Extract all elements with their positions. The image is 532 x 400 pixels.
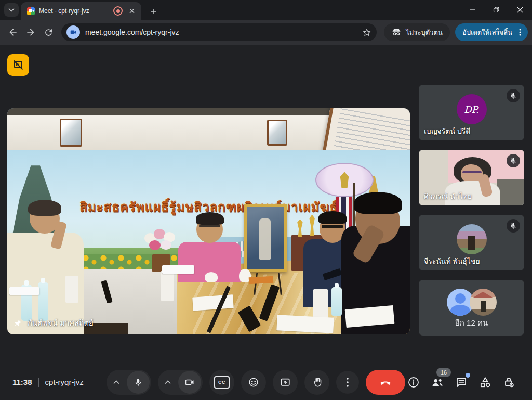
videocam-icon xyxy=(184,377,195,388)
reload-button[interactable] xyxy=(39,23,57,41)
tab-title: Meet - cpt-ryqr-jvz xyxy=(39,7,113,15)
more-vert-icon xyxy=(346,377,349,388)
close-icon xyxy=(517,7,523,13)
forward-arrow-icon xyxy=(25,27,36,37)
participant-count-badge: 16 xyxy=(436,368,451,377)
back-button[interactable] xyxy=(4,23,22,41)
star-icon xyxy=(362,28,371,37)
raise-hand-button[interactable] xyxy=(304,370,329,395)
meet-page: สิมะสธครัพแผธิ์รู้มษสิวลกฑผสิธเมผ์มาเผมั… xyxy=(0,45,532,364)
participant-tile[interactable]: จีระนันท์ พันธุ์ไชย xyxy=(419,215,524,270)
more-participants-label: อีก 12 คน xyxy=(419,317,524,329)
browser-toolbar: meet.google.com/cpt-ryqr-jvz ไม่ระบุตัวต… xyxy=(0,20,532,45)
main-video-tile[interactable]: สิมะสธครัพแผธิ์รู้มษสิวลกฑผสิธเมผ์มาเผมั… xyxy=(7,108,410,334)
captions-button[interactable]: CC xyxy=(209,370,234,395)
plus-icon xyxy=(150,8,156,15)
chat-panel-button[interactable] xyxy=(454,375,469,390)
avatar-initials: DP. xyxy=(464,104,479,115)
orange-folder xyxy=(249,276,273,284)
flower-bouquet xyxy=(142,228,181,255)
reload-icon xyxy=(44,28,54,37)
window-minimize-button[interactable] xyxy=(460,0,484,20)
mic-options-button[interactable] xyxy=(107,380,126,384)
chairman-hair xyxy=(196,212,224,225)
more-options-button[interactable] xyxy=(336,371,359,394)
bookmark-button[interactable] xyxy=(362,28,371,37)
overflow-participants-tile[interactable]: อีก 12 คน xyxy=(419,280,524,336)
present-screen-button[interactable] xyxy=(273,370,298,395)
attendee-right-glasses xyxy=(322,225,343,228)
smiley-icon xyxy=(248,377,259,388)
tab-close-button[interactable] xyxy=(127,6,137,16)
avatar: DP. xyxy=(457,94,487,124)
new-tab-button[interactable] xyxy=(147,5,160,18)
leave-call-button[interactable] xyxy=(366,370,405,395)
meeting-info: 11:38 cpt-ryqr-jvz xyxy=(12,364,84,400)
presentation-warning-badge[interactable] xyxy=(7,54,29,76)
forward-button[interactable] xyxy=(22,23,39,41)
call-end-icon xyxy=(379,376,392,389)
window-close-button[interactable] xyxy=(508,0,532,20)
people-icon xyxy=(431,376,444,389)
mic-off-icon xyxy=(507,154,520,167)
present-icon xyxy=(280,377,291,388)
activities-icon xyxy=(478,376,492,389)
teacup xyxy=(205,272,218,282)
camera-permission-chip[interactable] xyxy=(66,25,80,39)
host-controls-button[interactable] xyxy=(502,375,516,390)
participant-tile[interactable]: ศิวภรณ์ นำไทย xyxy=(419,150,524,205)
videocam-icon xyxy=(70,29,77,36)
attendee-left-hair xyxy=(28,200,61,215)
participant-tile[interactable]: DP. เบญจรัตน์ ปรีดี xyxy=(419,85,524,140)
tab-search-button[interactable] xyxy=(4,3,19,17)
participant-glasses xyxy=(462,171,482,173)
camera-control-group xyxy=(158,370,203,395)
mic-toggle-button[interactable] xyxy=(127,371,150,394)
chairman-glasses xyxy=(199,225,220,227)
chat-notification-dot xyxy=(466,373,470,378)
back-arrow-icon xyxy=(8,27,18,37)
incognito-badge[interactable]: ไม่ระบุตัวตน xyxy=(384,23,449,41)
browser-tab[interactable]: Meet - cpt-ryqr-jvz xyxy=(21,2,141,20)
foreground-attendee-hair xyxy=(354,192,402,215)
meeting-details-button[interactable] xyxy=(406,375,421,390)
call-controls: CC xyxy=(107,364,405,400)
milk-carton xyxy=(313,289,328,321)
panel-buttons: 16 xyxy=(406,364,516,400)
reactions-button[interactable] xyxy=(241,370,266,395)
maximize-icon xyxy=(493,7,499,13)
close-icon xyxy=(129,8,135,14)
camera-options-button[interactable] xyxy=(158,380,178,384)
divider xyxy=(38,378,39,387)
water-bottle xyxy=(331,287,342,317)
lock-person-icon xyxy=(503,376,515,389)
avatar xyxy=(457,224,487,254)
mic-off-icon xyxy=(507,89,520,102)
presentation-off-icon xyxy=(12,59,24,71)
meeting-code: cpt-ryqr-jvz xyxy=(45,378,84,386)
chat-icon xyxy=(455,376,468,389)
camera-toggle-button[interactable] xyxy=(178,371,201,394)
document-paper xyxy=(192,294,233,311)
milk-carton xyxy=(65,276,78,303)
minimize-icon xyxy=(469,7,475,13)
speaker-name: กันต์พจน์ มาศสถิตย์ xyxy=(28,317,94,329)
update-chrome-label: อัปเดตให้เสร็จสิ้น xyxy=(462,27,512,38)
incognito-icon xyxy=(391,27,402,37)
people-panel-button[interactable]: 16 xyxy=(430,375,445,390)
royal-portrait xyxy=(244,204,287,273)
update-chrome-button[interactable]: อัปเดตให้เสร็จสิ้น xyxy=(455,23,528,41)
participant-name: จีระนันท์ พันธุ์ไชย xyxy=(424,255,480,267)
incognito-label: ไม่ระบุตัวตน xyxy=(406,27,442,38)
chevron-down-icon xyxy=(8,8,15,12)
url-text[interactable]: meet.google.com/cpt-ryqr-jvz xyxy=(85,28,362,36)
document-paper xyxy=(277,315,334,333)
chevron-up-icon xyxy=(165,380,171,384)
window-controls xyxy=(460,0,532,20)
overflow-avatars xyxy=(447,289,497,316)
window-maximize-button[interactable] xyxy=(484,0,508,20)
speaker-name-overlay: กันต์พจน์ มาศสถิตย์ xyxy=(14,317,94,329)
activities-button[interactable] xyxy=(478,375,493,390)
address-bar[interactable]: meet.google.com/cpt-ryqr-jvz xyxy=(61,23,377,41)
app-window: { "browser": { "tab_title": "Meet - cpt-… xyxy=(0,0,532,400)
